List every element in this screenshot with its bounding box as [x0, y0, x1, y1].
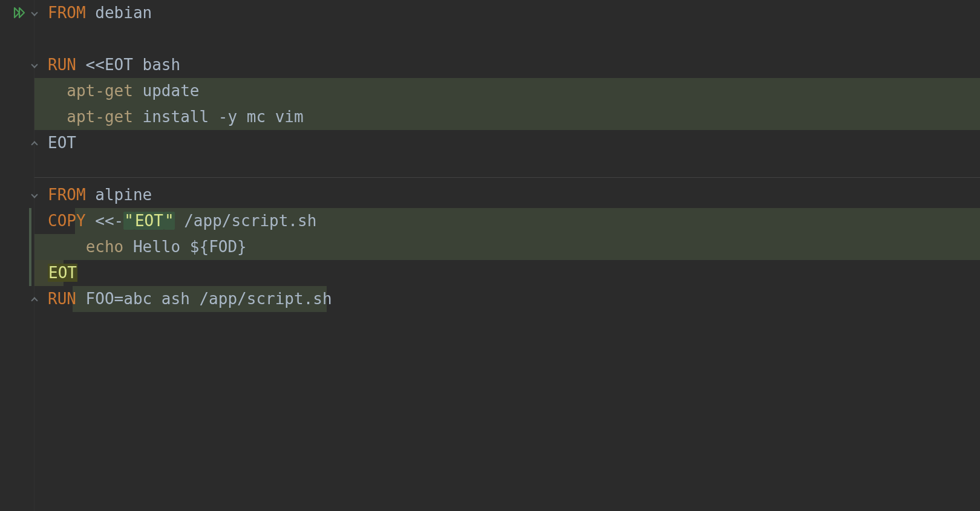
code-line[interactable]: [48, 156, 980, 182]
command: apt-get: [67, 82, 133, 100]
run-gutter-icon[interactable]: [13, 6, 27, 19]
keyword-from: FROM: [48, 4, 86, 22]
heredoc-end: EOT: [48, 134, 76, 152]
command: echo: [86, 238, 124, 256]
editor-content[interactable]: FROM debian RUN <<EOT bash apt-get updat…: [34, 0, 980, 511]
code-line[interactable]: [48, 26, 980, 52]
keyword-run: RUN: [48, 56, 76, 74]
code-line[interactable]: FROM debian: [48, 0, 980, 26]
keyword-from: FROM: [48, 186, 86, 204]
code-text: <<-: [86, 212, 124, 230]
heredoc-tag: EOT: [134, 212, 164, 230]
code-line[interactable]: echo Hello ${FOD}: [48, 234, 980, 260]
code-editor[interactable]: FROM debian RUN <<EOT bash apt-get updat…: [0, 0, 980, 511]
string-quote: ": [164, 212, 175, 230]
string-quote: ": [123, 212, 134, 230]
change-marker: [29, 208, 31, 286]
code-text: update: [133, 82, 200, 100]
code-line[interactable]: COPY <<-"EOT" /app/script.sh: [48, 208, 980, 234]
code-text: install -y mc vim: [133, 108, 304, 126]
code-line[interactable]: EOT: [48, 260, 980, 286]
editor-gutter[interactable]: [0, 0, 34, 511]
command: apt-get: [67, 108, 133, 126]
code-text: [48, 108, 67, 126]
keyword-copy: COPY: [48, 212, 86, 230]
code-line[interactable]: apt-get update: [48, 78, 980, 104]
code-text: /app/script.sh: [175, 212, 317, 230]
code-line[interactable]: RUN FOO=abc ash /app/script.sh: [48, 286, 980, 312]
code-text: [48, 82, 67, 100]
code-line[interactable]: EOT: [48, 130, 980, 156]
code-text: FOO=abc ash /app/script.sh: [76, 290, 332, 308]
code-text: Hello ${FOD}: [123, 238, 247, 256]
code-line[interactable]: FROM alpine: [48, 182, 980, 208]
code-text: [48, 238, 86, 256]
code-text: debian: [86, 4, 152, 22]
code-line[interactable]: RUN <<EOT bash: [48, 52, 980, 78]
code-text: alpine: [86, 186, 152, 204]
heredoc-end: EOT: [48, 264, 77, 282]
code-line[interactable]: apt-get install -y mc vim: [48, 104, 980, 130]
code-text: <<EOT bash: [76, 56, 180, 74]
keyword-run: RUN: [48, 290, 76, 308]
